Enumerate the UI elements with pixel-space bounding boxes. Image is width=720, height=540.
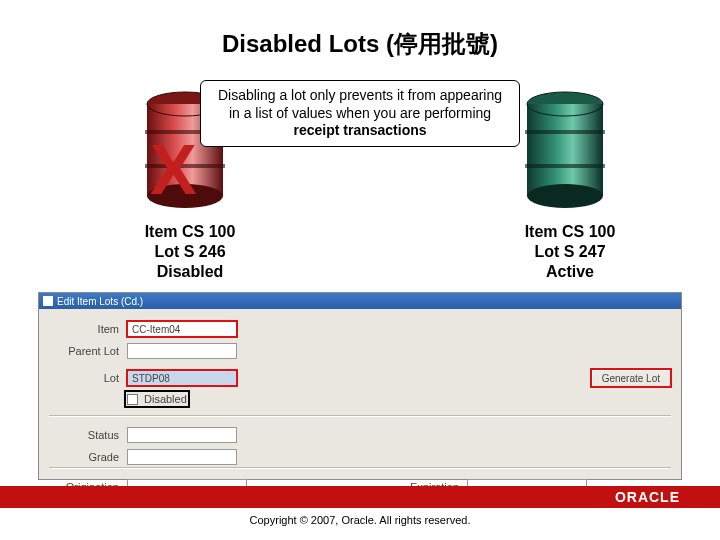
right-item-line1: Item CS 100 [490,222,650,242]
lot-field[interactable]: STDP08 [127,370,237,386]
callout-text: Disabling a lot only prevents it from ap… [218,87,502,121]
left-item-line2: Lot S 246 [110,242,270,262]
copyright-text: Copyright © 2007, Oracle. All rights res… [0,514,720,526]
oracle-logo: ORACLE [615,489,680,505]
generate-lot-button[interactable]: Generate Lot [591,369,671,387]
left-item-line3: Disabled [110,262,270,282]
x-mark-icon: X [150,130,197,210]
right-item-line3: Active [490,262,650,282]
disabled-checkbox-group[interactable]: Disabled [127,393,187,405]
status-field[interactable] [127,427,237,443]
svg-rect-7 [527,104,603,196]
form-window: Edit Item Lots (Cd.) Item CC-Item04 Pare… [38,292,682,480]
disabled-checkbox[interactable] [127,394,138,405]
window-icon [43,296,53,306]
parent-lot-field[interactable] [127,343,237,359]
right-item-label: Item CS 100 Lot S 247 Active [490,222,650,282]
item-label: Item [49,323,127,335]
svg-point-8 [527,184,603,208]
item-value: CC-Item04 [132,324,180,335]
callout-box: Disabling a lot only prevents it from ap… [200,80,520,147]
slide: Disabled Lots (停用批號) [0,0,720,540]
separator-1 [49,415,671,417]
callout-bold: receipt transactions [293,122,426,138]
footer-bar [0,486,720,508]
form-titlebar[interactable]: Edit Item Lots (Cd.) [39,293,681,309]
page-title: Disabled Lots (停用批號) [0,28,720,60]
grade-label: Grade [49,451,127,463]
item-field[interactable]: CC-Item04 [127,321,237,337]
form-window-title: Edit Item Lots (Cd.) [57,296,143,307]
svg-rect-11 [525,164,605,168]
status-label: Status [49,429,127,441]
svg-rect-10 [525,130,605,134]
parent-lot-label: Parent Lot [49,345,127,357]
disabled-label: Disabled [144,393,187,405]
left-item-label: Item CS 100 Lot S 246 Disabled [110,222,270,282]
grade-field[interactable] [127,449,237,465]
lot-label: Lot [49,372,127,384]
left-item-line1: Item CS 100 [110,222,270,242]
lot-value: STDP08 [132,373,170,384]
generate-lot-label: Generate Lot [602,373,660,384]
barrel-icon-right [520,90,610,210]
form-body: Item CC-Item04 Parent Lot Lot STDP08 [39,309,681,371]
right-item-line2: Lot S 247 [490,242,650,262]
separator-2 [49,467,671,469]
